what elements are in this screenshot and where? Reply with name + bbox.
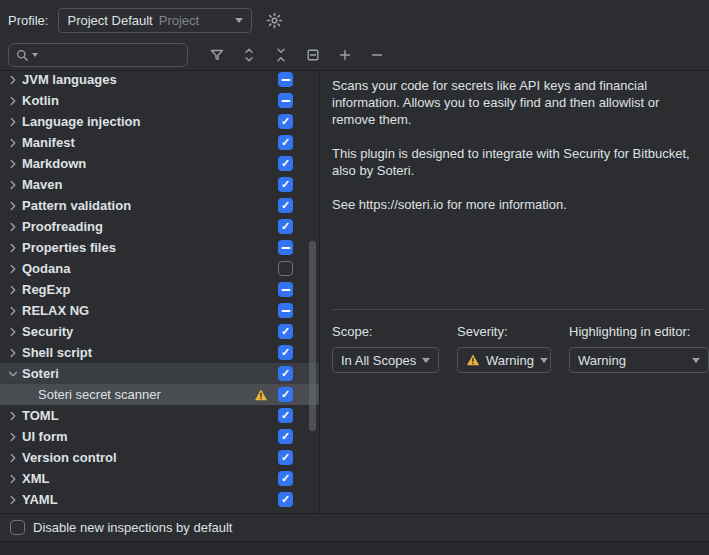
chevron-right-icon[interactable] [4, 241, 22, 255]
tree-item-label: Soteri [22, 366, 59, 381]
chevron-down-icon[interactable] [4, 367, 22, 381]
tree-row-manifest[interactable]: Manifest [0, 132, 319, 153]
tree-row-controls [278, 198, 293, 213]
tree-row-toml[interactable]: TOML [0, 405, 319, 426]
tree-row-version-control[interactable]: Version control [0, 447, 319, 468]
chevron-right-icon[interactable] [4, 262, 22, 276]
filter-icon[interactable] [206, 44, 228, 66]
tree-item-label: Manifest [22, 135, 75, 150]
chevron-right-icon[interactable] [4, 451, 22, 465]
inspection-checkbox[interactable] [278, 261, 293, 276]
chevron-right-icon[interactable] [4, 199, 22, 213]
tree-row-pattern-validation[interactable]: Pattern validation [0, 195, 319, 216]
scope-label: Scope: [332, 324, 439, 339]
profile-bar: Profile: Project Default Project [0, 0, 709, 40]
box-dash-icon[interactable] [302, 44, 324, 66]
chevron-right-icon[interactable] [4, 178, 22, 192]
scope-dropdown[interactable]: In All Scopes [332, 347, 439, 373]
disable-new-inspections-checkbox[interactable] [10, 520, 25, 535]
tree-row-kotlin[interactable]: Kotlin [0, 90, 319, 111]
chevron-right-icon[interactable] [4, 283, 22, 297]
tree-row-soteri-secret-scanner[interactable]: Soteri secret scanner [0, 384, 319, 405]
description-paragraph: See https://soteri.io for more informati… [332, 196, 700, 213]
chevron-right-icon[interactable] [4, 220, 22, 234]
chevron-right-icon[interactable] [4, 73, 22, 87]
tree-row-security[interactable]: Security [0, 321, 319, 342]
search-input[interactable] [8, 43, 188, 67]
tree-item-label: Soteri secret scanner [38, 387, 161, 402]
inspection-checkbox[interactable] [278, 429, 293, 444]
tree-row-yaml[interactable]: YAML [0, 489, 319, 510]
profile-dropdown[interactable]: Project Default Project [58, 8, 252, 33]
tree-row-maven[interactable]: Maven [0, 174, 319, 195]
severity-dropdown[interactable]: Warning [457, 347, 551, 373]
tree-row-relax-ng[interactable]: RELAX NG [0, 300, 319, 321]
inspection-checkbox[interactable] [278, 72, 293, 87]
highlighting-label: Highlighting in editor: [569, 324, 709, 339]
scope-dropdown-value: In All Scopes [341, 353, 416, 368]
tree-row-language-injection[interactable]: Language injection [0, 111, 319, 132]
tree-row-proofreading[interactable]: Proofreading [0, 216, 319, 237]
tree-row-regexp[interactable]: RegExp [0, 279, 319, 300]
tree-row-controls [278, 177, 293, 192]
inspection-checkbox[interactable] [278, 387, 293, 402]
inspection-checkbox[interactable] [278, 366, 293, 381]
tree-row-properties-files[interactable]: Properties files [0, 237, 319, 258]
inspection-checkbox[interactable] [278, 93, 293, 108]
chevron-right-icon[interactable] [4, 157, 22, 171]
tree-row-markdown[interactable]: Markdown [0, 153, 319, 174]
chevron-right-icon[interactable] [4, 346, 22, 360]
chevron-right-icon[interactable] [4, 304, 22, 318]
tree-row-shell-script[interactable]: Shell script [0, 342, 319, 363]
chevron-right-icon[interactable] [4, 472, 22, 486]
highlighting-dropdown-value: Warning [578, 353, 686, 368]
inspection-description: Scans your code for secrets like API key… [332, 77, 705, 309]
chevron-right-icon[interactable] [4, 409, 22, 423]
search-options-chevron-icon[interactable] [32, 53, 38, 57]
tree-item-label: TOML [22, 408, 59, 423]
collapse-all-icon[interactable] [270, 44, 292, 66]
gear-icon[interactable] [266, 12, 283, 29]
chevron-right-icon[interactable] [4, 430, 22, 444]
chevron-right-icon[interactable] [4, 493, 22, 507]
inspection-checkbox[interactable] [278, 198, 293, 213]
inspection-checkbox[interactable] [278, 303, 293, 318]
plus-icon[interactable] [334, 44, 356, 66]
tree-row-xml[interactable]: XML [0, 468, 319, 489]
chevron-right-icon[interactable] [4, 136, 22, 150]
inspection-checkbox[interactable] [278, 135, 293, 150]
expand-all-icon[interactable] [238, 44, 260, 66]
inspection-checkbox[interactable] [278, 114, 293, 129]
inspection-checkbox[interactable] [278, 492, 293, 507]
inspection-checkbox[interactable] [278, 324, 293, 339]
inspection-checkbox[interactable] [278, 240, 293, 255]
chevron-right-icon[interactable] [4, 325, 22, 339]
tree-row-soteri[interactable]: Soteri [0, 363, 319, 384]
inspection-checkbox[interactable] [278, 177, 293, 192]
tree-row-controls [278, 261, 293, 276]
tree-item-label: Maven [22, 177, 62, 192]
tree-item-label: Language injection [22, 114, 140, 129]
chevron-right-icon[interactable] [4, 94, 22, 108]
dash-icon[interactable] [366, 44, 388, 66]
chevron-right-icon[interactable] [4, 115, 22, 129]
tree-row-controls [278, 450, 293, 465]
tree-item-label: JVM languages [22, 72, 117, 87]
tree-scrollbar[interactable] [309, 241, 316, 431]
inspection-checkbox[interactable] [278, 156, 293, 171]
tree-row-jvm-languages[interactable]: JVM languages [0, 71, 319, 90]
inspection-checkbox[interactable] [278, 345, 293, 360]
tree-item-label: Shell script [22, 345, 92, 360]
tree-row-qodana[interactable]: Qodana [0, 258, 319, 279]
description-paragraph: This plugin is designed to integrate wit… [332, 145, 700, 179]
highlighting-dropdown[interactable]: Warning [569, 347, 709, 373]
inspection-checkbox[interactable] [278, 282, 293, 297]
inspection-checkbox[interactable] [278, 408, 293, 423]
tree-row-ui-form[interactable]: UI form [0, 426, 319, 447]
tree-row-controls [278, 408, 293, 423]
inspection-checkbox[interactable] [278, 471, 293, 486]
tree-item-label: RegExp [22, 282, 70, 297]
inspection-checkbox[interactable] [278, 219, 293, 234]
inspection-checkbox[interactable] [278, 450, 293, 465]
tree-row-controls [278, 240, 293, 255]
